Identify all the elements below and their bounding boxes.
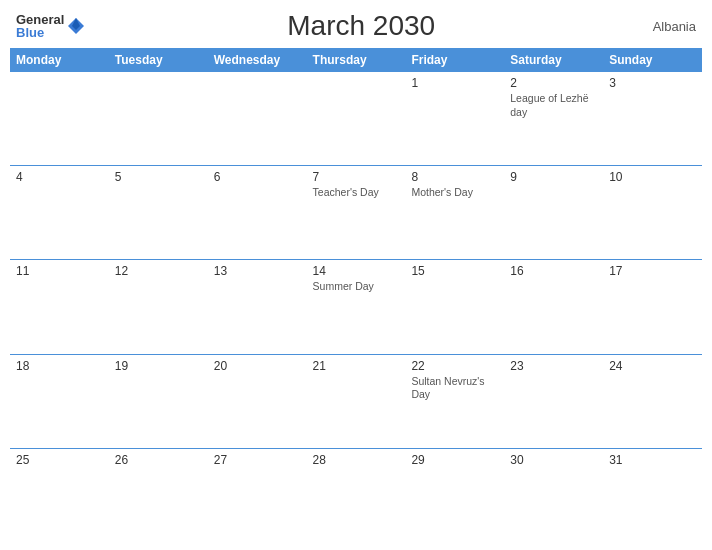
day-event: Mother's Day [411,186,498,200]
cal-cell-3-7: 17 [603,260,702,353]
day-number: 29 [411,453,498,467]
day-number: 9 [510,170,597,184]
day-number: 13 [214,264,301,278]
cal-cell-5-7: 31 [603,449,702,542]
cal-cell-3-3: 13 [208,260,307,353]
cal-header-wednesday: Wednesday [208,48,307,72]
day-number: 21 [313,359,400,373]
logo-flag-icon [66,16,86,36]
cal-week-3: 11121314Summer Day151617 [10,260,702,354]
country-label: Albania [636,19,696,34]
calendar-header-row: MondayTuesdayWednesdayThursdayFridaySatu… [10,48,702,72]
cal-header-saturday: Saturday [504,48,603,72]
day-number: 10 [609,170,696,184]
day-number: 16 [510,264,597,278]
cal-cell-1-4 [307,72,406,165]
calendar-title: March 2030 [86,10,636,42]
day-event: Summer Day [313,280,400,294]
cal-header-sunday: Sunday [603,48,702,72]
cal-cell-1-5: 1 [405,72,504,165]
cal-cell-2-1: 4 [10,166,109,259]
cal-header-monday: Monday [10,48,109,72]
day-event: Teacher's Day [313,186,400,200]
cal-cell-4-4: 21 [307,355,406,448]
day-number: 15 [411,264,498,278]
cal-cell-2-2: 5 [109,166,208,259]
day-number: 24 [609,359,696,373]
cal-header-friday: Friday [405,48,504,72]
logo: General Blue [16,13,86,39]
calendar: MondayTuesdayWednesdayThursdayFridaySatu… [0,48,712,550]
cal-cell-2-3: 6 [208,166,307,259]
header: General Blue March 2030 Albania [0,0,712,48]
day-number: 6 [214,170,301,184]
day-number: 14 [313,264,400,278]
day-number: 2 [510,76,597,90]
cal-cell-4-7: 24 [603,355,702,448]
day-number: 30 [510,453,597,467]
day-number: 5 [115,170,202,184]
cal-cell-4-6: 23 [504,355,603,448]
cal-cell-2-6: 9 [504,166,603,259]
cal-cell-1-2 [109,72,208,165]
day-number: 27 [214,453,301,467]
day-number: 12 [115,264,202,278]
cal-cell-3-2: 12 [109,260,208,353]
cal-cell-3-5: 15 [405,260,504,353]
day-number: 25 [16,453,103,467]
cal-cell-2-5: 8Mother's Day [405,166,504,259]
day-number: 19 [115,359,202,373]
cal-cell-1-3 [208,72,307,165]
day-number: 28 [313,453,400,467]
day-number: 1 [411,76,498,90]
cal-week-4: 1819202122Sultan Nevruz's Day2324 [10,355,702,449]
cal-cell-5-3: 27 [208,449,307,542]
day-number: 22 [411,359,498,373]
cal-cell-5-2: 26 [109,449,208,542]
cal-week-2: 4567Teacher's Day8Mother's Day910 [10,166,702,260]
cal-week-1: 12League of Lezhë day3 [10,72,702,166]
cal-week-5: 25262728293031 [10,449,702,542]
day-number: 7 [313,170,400,184]
day-number: 31 [609,453,696,467]
cal-cell-2-4: 7Teacher's Day [307,166,406,259]
day-number: 11 [16,264,103,278]
cal-cell-5-5: 29 [405,449,504,542]
day-number: 26 [115,453,202,467]
cal-cell-4-3: 20 [208,355,307,448]
cal-cell-3-6: 16 [504,260,603,353]
day-number: 17 [609,264,696,278]
day-event: Sultan Nevruz's Day [411,375,498,402]
day-number: 20 [214,359,301,373]
logo-blue-text: Blue [16,26,64,39]
day-number: 18 [16,359,103,373]
cal-cell-2-7: 10 [603,166,702,259]
day-event: League of Lezhë day [510,92,597,119]
cal-cell-1-1 [10,72,109,165]
cal-cell-4-5: 22Sultan Nevruz's Day [405,355,504,448]
day-number: 4 [16,170,103,184]
day-number: 23 [510,359,597,373]
cal-header-thursday: Thursday [307,48,406,72]
page: General Blue March 2030 Albania MondayTu… [0,0,712,550]
cal-cell-4-1: 18 [10,355,109,448]
cal-cell-1-6: 2League of Lezhë day [504,72,603,165]
cal-cell-5-6: 30 [504,449,603,542]
calendar-body: 12League of Lezhë day34567Teacher's Day8… [10,72,702,542]
cal-cell-5-4: 28 [307,449,406,542]
cal-cell-5-1: 25 [10,449,109,542]
cal-cell-4-2: 19 [109,355,208,448]
day-number: 8 [411,170,498,184]
cal-header-tuesday: Tuesday [109,48,208,72]
cal-cell-3-4: 14Summer Day [307,260,406,353]
cal-cell-1-7: 3 [603,72,702,165]
cal-cell-3-1: 11 [10,260,109,353]
day-number: 3 [609,76,696,90]
